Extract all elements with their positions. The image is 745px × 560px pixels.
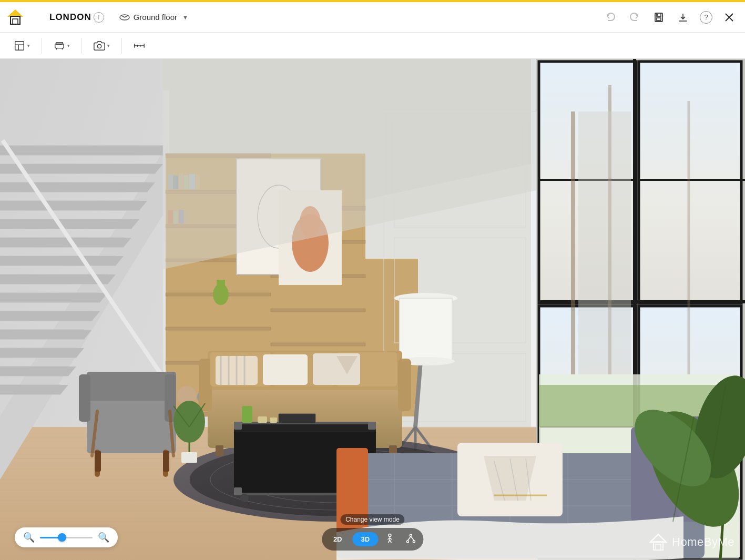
toolbar: ▾ ▾ ▾ (0, 33, 745, 59)
view-3d-button[interactable]: 3D (353, 532, 379, 546)
svg-marker-81 (0, 348, 84, 358)
floor-chevron-icon: ▼ (182, 14, 188, 21)
svg-line-224 (388, 540, 390, 543)
svg-rect-168 (87, 372, 176, 401)
header-actions: ? (603, 10, 737, 25)
svg-rect-111 (271, 343, 365, 346)
svg-line-9 (121, 15, 125, 17)
view-mode-extra-icon[interactable] (380, 530, 399, 548)
svg-rect-157 (216, 445, 223, 456)
svg-rect-13 (657, 18, 661, 21)
svg-line-229 (407, 536, 411, 541)
save-button[interactable] (651, 10, 666, 25)
svg-point-25 (97, 44, 101, 48)
svg-point-228 (413, 541, 415, 543)
zoom-control: 🔍 🔍 (15, 527, 118, 547)
svg-marker-80 (0, 366, 76, 376)
svg-rect-233 (656, 544, 661, 550)
svg-rect-164 (263, 354, 308, 385)
svg-rect-144 (400, 298, 452, 361)
svg-line-10 (125, 15, 128, 17)
svg-rect-62 (578, 111, 631, 374)
floor-plan-tool[interactable]: ▾ (8, 37, 35, 55)
help-button[interactable]: ? (700, 11, 712, 24)
header: LONDON i Ground floor ▼ (0, 2, 745, 33)
info-button[interactable]: i (94, 12, 104, 23)
svg-marker-79 (0, 385, 68, 394)
floor-label: Ground floor (134, 13, 177, 22)
svg-rect-176 (163, 451, 169, 472)
svg-marker-90 (0, 182, 155, 192)
svg-marker-84 (0, 293, 108, 302)
svg-rect-169 (79, 374, 90, 422)
svg-rect-153 (398, 359, 411, 411)
toolbar-divider-3 (121, 38, 122, 54)
svg-marker-231 (650, 534, 666, 542)
svg-line-230 (411, 536, 414, 541)
watermark-text: HomeByMe (672, 535, 734, 549)
svg-point-227 (406, 541, 409, 543)
svg-rect-194 (279, 414, 315, 423)
svg-rect-120 (217, 280, 225, 296)
svg-point-190 (240, 494, 249, 502)
view-mode-control: Change view mode 2D 3D (322, 514, 423, 551)
room-scene (0, 59, 745, 560)
close-button[interactable] (722, 10, 737, 25)
floor-plan-icon (119, 13, 130, 22)
svg-rect-104 (166, 327, 271, 330)
svg-point-220 (389, 534, 391, 537)
svg-point-178 (174, 401, 205, 443)
svg-marker-87 (0, 238, 131, 247)
view-2d-button[interactable]: 2D (325, 532, 351, 546)
app-logo-house (6, 8, 24, 26)
svg-rect-192 (258, 416, 267, 423)
svg-marker-83 (0, 311, 100, 321)
watermark: HomeByMe (649, 533, 734, 552)
zoom-slider[interactable] (40, 537, 93, 538)
svg-rect-195 (242, 406, 252, 423)
svg-marker-86 (0, 256, 124, 266)
svg-marker-88 (0, 219, 139, 229)
svg-marker-82 (0, 330, 92, 339)
measure-tool[interactable] (128, 37, 150, 55)
floor-selector[interactable]: Ground floor ▼ (115, 11, 192, 24)
furniture-tool[interactable]: ▾ (48, 37, 75, 55)
svg-rect-187 (368, 422, 376, 430)
svg-rect-152 (199, 359, 212, 411)
toolbar-divider-1 (42, 38, 42, 54)
redo-button[interactable] (627, 10, 642, 25)
svg-rect-167 (87, 395, 176, 453)
svg-marker-92 (0, 146, 163, 155)
download-button[interactable] (676, 10, 690, 25)
zoom-in-icon[interactable]: 🔍 (98, 532, 109, 543)
svg-point-226 (410, 534, 412, 536)
view-mode-buttons: 2D 3D (322, 528, 423, 551)
svg-rect-22 (56, 42, 63, 44)
svg-rect-232 (654, 542, 663, 550)
camera-tool[interactable]: ▾ (88, 37, 115, 55)
watermark-logo-icon (649, 533, 668, 552)
canvas-area[interactable]: 🔍 🔍 Change view mode 2D 3D (0, 59, 745, 560)
svg-rect-186 (234, 422, 242, 430)
logo-area (8, 9, 25, 26)
svg-line-225 (390, 540, 391, 543)
svg-rect-193 (270, 418, 277, 423)
svg-rect-18 (15, 41, 24, 50)
app-title: LONDON (49, 12, 91, 23)
undo-button[interactable] (603, 10, 618, 25)
svg-rect-181 (181, 452, 197, 463)
toolbar-divider-2 (81, 38, 82, 54)
svg-marker-89 (0, 201, 147, 210)
svg-rect-110 (271, 309, 365, 312)
view-mode-label: Change view mode (340, 514, 405, 525)
svg-rect-175 (95, 451, 101, 472)
svg-rect-188 (234, 487, 242, 495)
zoom-out-icon[interactable]: 🔍 (23, 532, 35, 543)
view-mode-share-icon[interactable] (401, 530, 420, 548)
